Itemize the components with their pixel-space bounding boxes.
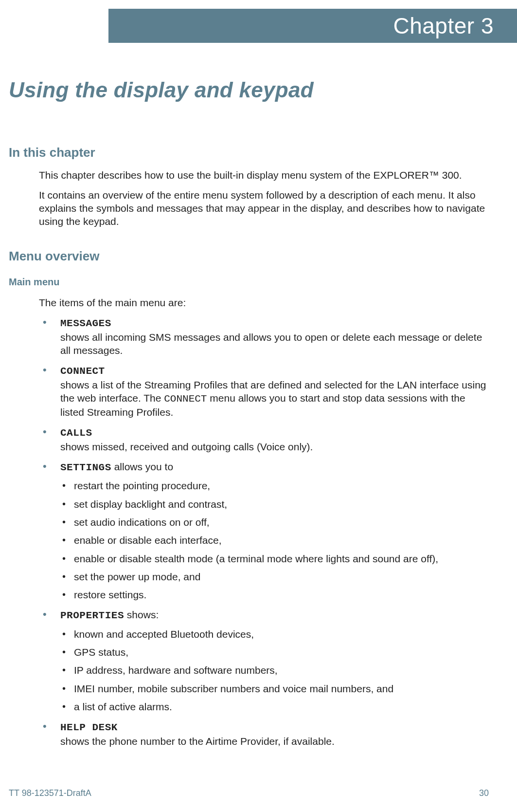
chapter-banner: Chapter 3: [108, 9, 517, 43]
list-item: set display backlight and contrast,: [60, 498, 487, 511]
list-item: CONNECT shows a list of the Streaming Pr…: [39, 364, 487, 419]
menu-label-settings: SETTINGS: [60, 462, 111, 473]
list-item: set audio indications on or off,: [60, 516, 487, 529]
list-item: CALLS shows missed, received and outgoin…: [39, 425, 487, 453]
page-title: Using the display and keypad: [9, 78, 314, 102]
list-item: enable or disable each interface,: [60, 534, 487, 547]
list-item: PROPERTIES shows: known and accepted Blu…: [39, 608, 487, 713]
text: allows you to: [111, 461, 173, 472]
sub-list: restart the pointing procedure, set disp…: [60, 479, 487, 601]
section-in-this-chapter: This chapter describes how to use the bu…: [39, 169, 487, 228]
heading-in-this-chapter: In this chapter: [9, 145, 487, 160]
mono-text: CONNECT: [164, 393, 207, 405]
list-item: restart the pointing procedure,: [60, 479, 487, 492]
page-footer: TT 98-123571-DraftA 30: [9, 788, 489, 798]
menu-label-help-desk: HELP DESK: [60, 722, 118, 733]
list-item: a list of active alarms.: [60, 700, 487, 713]
list-item: GPS status,: [60, 646, 487, 659]
list-item: HELP DESK shows the phone number to the …: [39, 720, 487, 748]
footer-page-number: 30: [479, 788, 489, 798]
text: shows:: [124, 609, 159, 620]
paragraph: This chapter describes how to use the bu…: [39, 169, 487, 182]
list-item: IMEI number, mobile subscriber numbers a…: [60, 682, 487, 695]
list-item-desc: shows a list of the Streaming Profiles t…: [60, 379, 486, 418]
list-item: SETTINGS allows you to restart the point…: [39, 460, 487, 601]
section-main-menu: The items of the main menu are: MESSAGES…: [39, 296, 487, 748]
paragraph: The items of the main menu are:: [39, 296, 487, 310]
menu-label-messages: MESSAGES: [60, 318, 111, 329]
main-menu-list: MESSAGES shows all incoming SMS messages…: [39, 316, 487, 747]
list-item: set the power up mode, and: [60, 570, 487, 583]
menu-label-calls: CALLS: [60, 427, 92, 439]
list-item: enable or disable stealth mode (a termin…: [60, 552, 487, 565]
paragraph: It contains an overview of the entire me…: [39, 189, 487, 228]
menu-label-connect: CONNECT: [60, 366, 105, 377]
page: Chapter 3 Using the display and keypad I…: [0, 0, 517, 812]
sub-list: known and accepted Bluetooth devices, GP…: [60, 627, 487, 713]
list-item-desc: shows the phone number to the Airtime Pr…: [60, 736, 335, 747]
menu-label-properties: PROPERTIES: [60, 610, 124, 621]
list-item-desc: shows all incoming SMS messages and allo…: [60, 332, 482, 356]
heading-main-menu: Main menu: [9, 277, 487, 288]
list-item: MESSAGES shows all incoming SMS messages…: [39, 316, 487, 357]
list-item: known and accepted Bluetooth devices,: [60, 627, 487, 641]
chapter-label: Chapter 3: [393, 13, 494, 39]
list-item: restore settings.: [60, 588, 487, 601]
list-item: IP address, hardware and software number…: [60, 664, 487, 677]
footer-doc-id: TT 98-123571-DraftA: [9, 788, 91, 798]
heading-menu-overview: Menu overview: [9, 249, 487, 264]
list-item-desc: shows missed, received and outgoing call…: [60, 441, 313, 452]
content: In this chapter This chapter describes h…: [9, 145, 487, 755]
